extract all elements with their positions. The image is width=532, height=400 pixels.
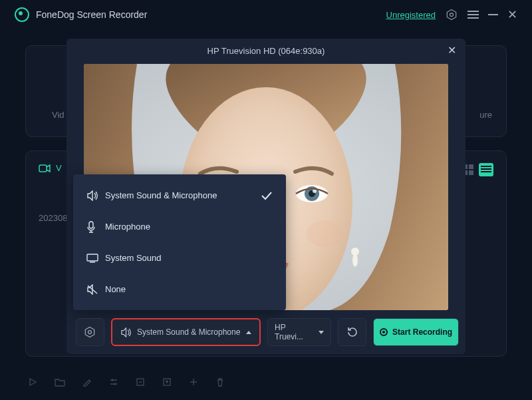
list-view-button[interactable] (479, 163, 493, 176)
speaker-icon (86, 190, 105, 201)
chevron-down-icon (319, 331, 324, 334)
settings-button[interactable] (76, 318, 104, 346)
app-title: FoneDog Screen Recorder (36, 9, 147, 20)
camera-selector[interactable]: HP Truevi... (267, 318, 331, 346)
bottom-toolbar (28, 377, 225, 387)
trash-icon[interactable] (215, 377, 225, 387)
play-icon[interactable] (28, 377, 37, 387)
audio-source-menu: System Sound & Microphone Microphone Sys… (73, 174, 286, 310)
svg-rect-22 (87, 254, 98, 261)
video-tab[interactable]: V (39, 163, 62, 173)
audio-option-microphone[interactable]: Microphone (73, 211, 286, 242)
camera-selector-label: HP Truevi... (275, 323, 316, 341)
folder-icon[interactable] (55, 377, 65, 387)
record-icon (380, 328, 388, 336)
audio-option-system-and-mic[interactable]: System Sound & Microphone (73, 180, 286, 211)
sliders-icon[interactable] (109, 377, 118, 387)
app-logo (15, 7, 29, 22)
export-icon[interactable] (162, 377, 172, 387)
svg-point-18 (307, 220, 344, 247)
start-recording-label: Start Recording (392, 327, 452, 337)
option-label: System Sound (105, 253, 162, 263)
option-label: None (105, 284, 126, 294)
microphone-icon (86, 221, 105, 233)
svg-marker-0 (447, 10, 456, 20)
add-icon[interactable] (189, 377, 198, 387)
settings-gear-icon[interactable] (445, 8, 458, 21)
gear-icon (83, 325, 96, 339)
titlebar: FoneDog Screen Recorder Unregistered ✕ (0, 0, 532, 29)
unregistered-link[interactable]: Unregistered (386, 10, 436, 20)
svg-rect-2 (39, 165, 47, 172)
start-recording-button[interactable]: Start Recording (373, 318, 459, 346)
modal-title: HP Truevision HD (064e:930a) (207, 46, 325, 56)
svg-point-1 (450, 13, 454, 17)
option-label: Microphone (105, 222, 150, 232)
bg-label: ure (479, 110, 492, 120)
compress-icon[interactable] (136, 377, 145, 387)
minimize-button[interactable] (488, 14, 498, 15)
video-camera-icon (39, 164, 51, 173)
menu-icon[interactable] (467, 11, 479, 19)
chevron-up-icon (246, 331, 251, 334)
svg-rect-21 (89, 222, 93, 228)
audio-source-selector[interactable]: System Sound & Microphone (111, 318, 261, 346)
bg-label: Vid (52, 110, 65, 120)
rotate-icon (346, 326, 358, 338)
reset-button[interactable] (338, 318, 366, 346)
close-button[interactable]: ✕ (507, 7, 517, 22)
mute-icon (86, 284, 105, 295)
speaker-icon (120, 327, 132, 337)
system-sound-icon (86, 254, 105, 263)
option-label: System Sound & Microphone (105, 190, 217, 200)
svg-marker-23 (86, 327, 94, 337)
svg-point-24 (88, 331, 92, 334)
audio-selector-label: System Sound & Microphone (137, 327, 241, 337)
svg-point-20 (352, 254, 358, 267)
modal-close-button[interactable]: ✕ (448, 44, 456, 57)
edit-icon[interactable] (82, 377, 92, 387)
checkmark-icon (261, 191, 273, 200)
audio-option-none[interactable]: None (73, 274, 286, 305)
modal-controls: System Sound & Microphone HP Truevi... S… (76, 318, 459, 346)
audio-option-system-sound[interactable]: System Sound (73, 242, 286, 274)
